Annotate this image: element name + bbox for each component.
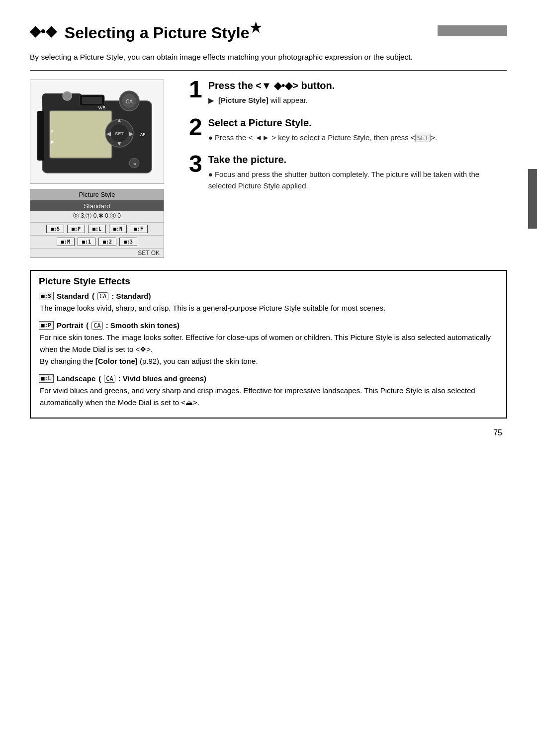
svg-text:S: S	[51, 129, 54, 134]
svg-text:SET: SET	[115, 131, 124, 136]
intro-paragraph: By selecting a Picture Style, you can ob…	[30, 51, 507, 71]
lcd-panel: Picture Style Standard ⓪ 3,① 0,✱ 0,⓪ 0 ■…	[30, 189, 164, 258]
step-3: 3 Take the picture. ● Focus and press th…	[189, 154, 507, 192]
effect-portrait-icon: ■:P	[39, 321, 54, 330]
lcd-params: ⓪ 3,① 0,✱ 0,⓪ 0	[30, 211, 164, 223]
ps-icon-faithful: ■:F	[130, 225, 148, 233]
svg-text:m: m	[133, 162, 136, 166]
ps-icon-user1: ■:1	[78, 238, 95, 246]
step-2-number: 2	[189, 115, 202, 139]
ps-icon-user3: ■:3	[119, 238, 137, 246]
steps-panel: 1 Press the <▼ ◆•◆> button. ▶ [Picture S…	[189, 80, 507, 258]
svg-text:◀: ◀	[106, 130, 111, 137]
effect-landscape-body: For vivid blues and greens, and very sha…	[40, 385, 498, 409]
step-1-number: 1	[189, 78, 202, 101]
step-2-detail: ● Press the < ◄► > key to select a Pictu…	[208, 132, 507, 143]
effect-standard-body: The image looks vivid, sharp, and crisp.…	[40, 302, 498, 314]
effect-standard: ■:S Standard (CA: Standard) The image lo…	[39, 292, 498, 314]
lcd-selected-style: Standard	[30, 200, 164, 211]
camera-svg: CA SET ▲ ▼ ◀ ▶ WB AF S ▶	[37, 86, 157, 178]
svg-rect-2	[42, 93, 82, 108]
title-icon: ◆•◆	[30, 23, 57, 39]
svg-text:CA: CA	[126, 99, 133, 104]
svg-rect-5	[82, 97, 102, 104]
ps-icon-neutral: ■:N	[109, 225, 127, 233]
effect-standard-header: ■:S Standard (CA: Standard)	[39, 292, 498, 300]
ps-icon-user2: ■:2	[98, 238, 116, 246]
step-1: 1 Press the <▼ ◆•◆> button. ▶ [Picture S…	[189, 80, 507, 106]
svg-text:▼: ▼	[116, 140, 122, 147]
svg-rect-23	[37, 111, 44, 161]
effect-portrait-body: For nice skin tones. The image looks sof…	[40, 332, 498, 367]
step-1-detail: ▶ [Picture Style] will appear.	[208, 94, 507, 106]
effect-landscape-name: Landscape	[57, 374, 95, 383]
effect-standard-icon: ■:S	[39, 292, 54, 300]
svg-point-9	[63, 91, 72, 100]
title-row: ◆•◆ Selecting a Picture Style★	[30, 20, 507, 42]
ps-icon-portrait: ■:P	[67, 225, 85, 233]
effect-portrait-ca: CA	[91, 322, 102, 330]
main-content: CA SET ▲ ▼ ◀ ▶ WB AF S ▶	[30, 80, 507, 258]
svg-text:▶: ▶	[129, 130, 134, 137]
step-2-title: Select a Picture Style.	[208, 117, 507, 129]
effect-portrait: ■:P Portrait (CA: Smooth skin tones) For…	[39, 321, 498, 367]
step-3-content: Take the picture. ● Focus and press the …	[208, 154, 507, 192]
effect-portrait-name: Portrait	[57, 321, 83, 330]
camera-panel: CA SET ▲ ▼ ◀ ▶ WB AF S ▶	[30, 80, 174, 258]
title-decorative-bar	[438, 25, 507, 36]
step-3-detail: ● Focus and press the shutter button com…	[208, 168, 507, 192]
step-3-title: Take the picture.	[208, 154, 507, 166]
lcd-title-bar: Picture Style	[30, 189, 164, 200]
lcd-icons-row2: ■:M ■:1 ■:2 ■:3	[30, 236, 164, 248]
camera-illustration: CA SET ▲ ▼ ◀ ▶ WB AF S ▶	[30, 80, 164, 184]
effects-section-title: Picture Style Effects	[39, 276, 498, 287]
effect-standard-name: Standard	[57, 292, 89, 300]
step-1-title: Press the <▼ ◆•◆> button.	[208, 80, 507, 91]
svg-rect-3	[50, 111, 112, 158]
page-title: Selecting a Picture Style★	[65, 20, 430, 42]
effect-landscape-ca: CA	[104, 375, 115, 383]
step-3-number: 3	[189, 152, 202, 176]
effect-landscape-header: ■:L Landscape (CA: Vivid blues and green…	[39, 374, 498, 383]
effect-landscape-icon: ■:L	[39, 374, 54, 383]
step-2-content: Select a Picture Style. ● Press the < ◄►…	[208, 117, 507, 143]
sidebar-accent-bar	[528, 169, 537, 229]
effects-section: Picture Style Effects ■:S Standard (CA: …	[30, 270, 507, 419]
effect-landscape: ■:L Landscape (CA: Vivid blues and green…	[39, 374, 498, 409]
lcd-icons-row1: ■:S ■:P ■:L ■:N ■:F	[30, 223, 164, 236]
ps-icon-standard: ■:S	[46, 225, 64, 233]
page-number: 75	[30, 428, 507, 437]
effect-portrait-header: ■:P Portrait (CA: Smooth skin tones)	[39, 321, 498, 330]
ps-icon-monochrome: ■:M	[57, 238, 75, 246]
step-2: 2 Select a Picture Style. ● Press the < …	[189, 117, 507, 143]
step-1-content: Press the <▼ ◆•◆> button. ▶ [Picture Sty…	[208, 80, 507, 106]
svg-text:▶: ▶	[51, 139, 54, 144]
svg-text:AF: AF	[140, 132, 145, 137]
effect-standard-ca: CA	[97, 292, 108, 300]
lcd-set-ok: SET OK	[30, 248, 164, 257]
svg-text:▲: ▲	[116, 117, 122, 124]
svg-text:WB: WB	[98, 105, 106, 110]
ps-icon-landscape: ■:L	[88, 225, 106, 233]
